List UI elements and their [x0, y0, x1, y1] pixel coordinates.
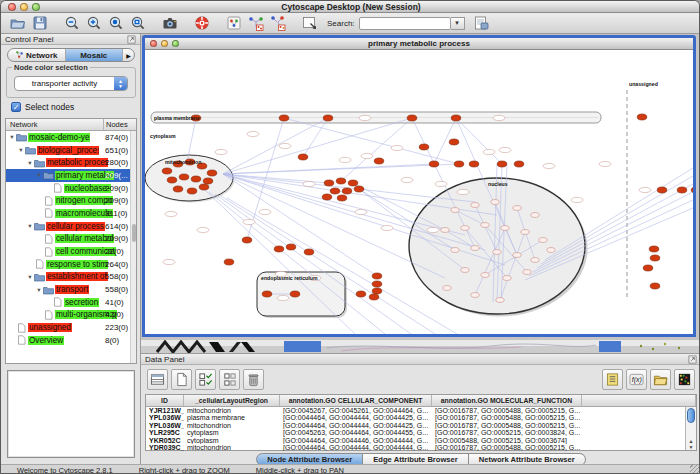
table-row[interactable]: YDR039C__1mitochondrion[GO:0044464, GO:0…	[146, 444, 696, 451]
network-node[interactable]	[491, 200, 499, 205]
birds-eye-view[interactable]	[7, 370, 135, 458]
network-window-titlebar[interactable]: primary metabolic process	[145, 38, 693, 50]
expand-arrow-icon[interactable]: ▾	[35, 286, 43, 294]
open-file-icon[interactable]	[8, 14, 28, 33]
network-node[interactable]	[262, 291, 272, 297]
search-options-dropdown[interactable]: ▼	[451, 17, 465, 30]
network-node[interactable]	[242, 237, 252, 243]
network-node[interactable]	[274, 246, 284, 252]
table-scrollbar[interactable]: ▲▼	[685, 407, 696, 450]
select-attributes-icon[interactable]	[195, 369, 216, 390]
network-node[interactable]	[639, 187, 651, 192]
layout-two-icon[interactable]	[268, 14, 288, 33]
network-node[interactable]	[650, 283, 660, 289]
network-node[interactable]	[531, 213, 539, 218]
network-node[interactable]	[493, 250, 501, 255]
network-node[interactable]	[372, 288, 382, 294]
network-node[interactable]	[543, 163, 555, 168]
zoom-in-icon[interactable]	[84, 14, 104, 33]
table-row[interactable]: YPL036W__2plasma membrane[GO:0044464, GO…	[146, 414, 696, 421]
network-node[interactable]	[243, 219, 255, 224]
matrix-view-icon[interactable]	[674, 369, 695, 390]
network-node[interactable]	[451, 248, 459, 253]
network-node[interactable]	[324, 180, 334, 186]
node-color-attribute-select[interactable]: transporter activity ▲▼	[14, 76, 128, 91]
tree-row[interactable]: ▾transport558(0)	[6, 283, 136, 296]
network-view-window[interactable]: primary metabolic process plasma membran…	[142, 35, 696, 337]
minimize-window-icon[interactable]	[20, 3, 28, 11]
alter-table-icon[interactable]	[147, 369, 168, 390]
vizmapper-icon[interactable]	[224, 14, 244, 33]
network-node[interactable]	[481, 273, 489, 278]
network-node[interactable]	[427, 227, 439, 232]
network-node[interactable]	[247, 131, 259, 136]
network-node[interactable]	[369, 294, 379, 300]
network-node[interactable]	[191, 176, 201, 182]
table-row[interactable]: YPL036W__1mitochondrion[GO:0044464, GO:0…	[146, 422, 696, 429]
expand-arrow-icon[interactable]: ▾	[8, 133, 16, 141]
network-node[interactable]	[599, 161, 611, 166]
network-node[interactable]	[649, 246, 659, 252]
function-builder-icon[interactable]: f(x)	[626, 369, 647, 390]
network-node[interactable]	[391, 145, 403, 150]
network-node[interactable]	[348, 180, 358, 186]
network-node[interactable]	[407, 115, 417, 121]
network-node[interactable]	[483, 149, 495, 154]
network-node[interactable]	[547, 248, 555, 253]
tree-row[interactable]: ▾cellular process614(0)	[6, 220, 136, 233]
tree-column-network[interactable]: Network	[6, 119, 104, 130]
table-column-header[interactable]: _cellularLayoutRegion	[184, 395, 280, 406]
close-window-icon[interactable]	[8, 3, 16, 11]
delete-attributes-icon[interactable]	[243, 369, 264, 390]
tree-row[interactable]: ▾mosaic-demo-yeast874(0)	[6, 131, 136, 144]
network-node[interactable]	[469, 161, 479, 167]
network-node[interactable]	[215, 149, 227, 154]
expand-arrow-icon[interactable]: ▾	[26, 222, 34, 230]
network-node[interactable]	[441, 228, 449, 233]
network-node[interactable]	[355, 209, 367, 214]
network-node[interactable]	[354, 186, 364, 192]
tree-row[interactable]: ▾primary metabo209(...	[6, 169, 136, 182]
resize-grip[interactable]	[690, 464, 700, 474]
network-node[interactable]	[457, 189, 469, 194]
network-node[interactable]	[471, 203, 479, 208]
tree-row[interactable]: cell communicat22(0)	[6, 245, 136, 258]
zoom-window-icon[interactable]	[32, 3, 40, 11]
float-data-panel-icon[interactable]	[688, 355, 697, 364]
network-node[interactable]	[454, 161, 464, 167]
network-canvas[interactable]: plasma membranecytoplasmmitochondrionnuc…	[145, 50, 693, 334]
network-node[interactable]	[677, 187, 687, 193]
network-node[interactable]	[481, 223, 489, 228]
search-input[interactable]	[359, 17, 451, 30]
network-node[interactable]	[381, 225, 393, 230]
network-node[interactable]	[449, 139, 459, 145]
network-node[interactable]	[401, 177, 413, 182]
attribute-list-icon[interactable]	[602, 369, 623, 390]
table-row[interactable]: YJR121W__1mitochondrion[GO:0045267, GO:0…	[146, 407, 696, 414]
network-node[interactable]	[497, 161, 507, 167]
zoom-fit-icon[interactable]	[128, 14, 148, 33]
tree-row[interactable]: ▾establishment of lo558(0)	[6, 271, 136, 284]
network-node[interactable]	[279, 115, 289, 121]
network-node[interactable]	[298, 154, 308, 160]
table-column-header[interactable]: ID	[146, 395, 184, 406]
network-node[interactable]	[359, 115, 371, 120]
network-node[interactable]	[657, 187, 667, 193]
network-node[interactable]	[435, 181, 447, 186]
network-node[interactable]	[290, 291, 300, 297]
network-node[interactable]	[374, 158, 384, 164]
zoom-out-icon[interactable]	[62, 14, 82, 33]
annotation-icon[interactable]	[300, 14, 320, 33]
network-node[interactable]	[496, 298, 504, 303]
tree-row[interactable]: macromolecule311(0)	[6, 207, 136, 220]
expand-arrow-icon[interactable]: ▾	[35, 171, 43, 179]
network-node[interactable]	[304, 249, 314, 255]
network-node[interactable]	[471, 293, 479, 298]
network-node[interactable]	[513, 253, 521, 258]
clear-selection-icon[interactable]	[219, 369, 240, 390]
network-node[interactable]	[523, 270, 531, 275]
network-node[interactable]	[279, 143, 291, 148]
snapshot-icon[interactable]	[160, 14, 180, 33]
network-node[interactable]	[162, 168, 172, 174]
network-node[interactable]	[643, 265, 653, 271]
